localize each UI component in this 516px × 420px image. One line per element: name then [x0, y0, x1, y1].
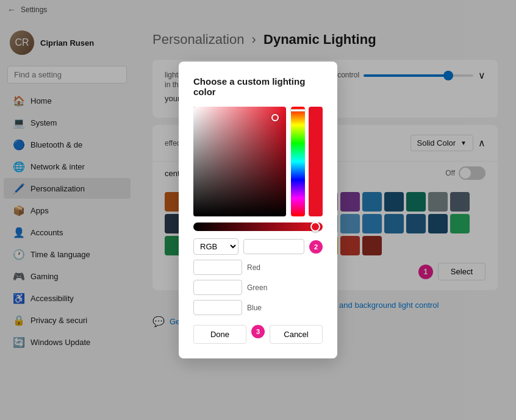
color-mode-select[interactable]: RGB HSL HEX [193, 238, 238, 255]
hue-cursor [290, 109, 306, 112]
green-row: 17 Green [193, 280, 323, 295]
step-badge-3: 3 [251, 325, 265, 338]
color-preview-strip [309, 107, 323, 216]
dialog-title: Choose a custom lighting color [193, 76, 323, 97]
red-row: 232 Red [193, 260, 323, 275]
mode-row: RGB HSL HEX #E81123 2 [193, 238, 323, 255]
color-picker-area [193, 107, 323, 216]
hue-slider[interactable] [193, 222, 323, 231]
dialog-actions: Done 3 Cancel [193, 325, 323, 344]
color-picker-dialog: Choose a custom lighting color [179, 62, 337, 358]
step-badge-2: 2 [309, 240, 323, 254]
color-gradient[interactable] [193, 107, 286, 216]
red-label: Red [247, 263, 271, 272]
dialog-form: RGB HSL HEX #E81123 2 232 Red 17 Green [193, 238, 323, 315]
picker-cursor [271, 114, 279, 121]
hex-input[interactable]: #E81123 [243, 239, 304, 254]
blue-row: 35 Blue [193, 300, 323, 315]
blue-input[interactable]: 35 [193, 300, 242, 315]
red-input[interactable]: 232 [193, 260, 242, 275]
green-input[interactable]: 17 [193, 280, 242, 295]
done-button[interactable]: Done [193, 325, 246, 344]
hue-strip[interactable] [291, 107, 305, 216]
green-label: Green [247, 283, 271, 292]
cancel-button[interactable]: Cancel [270, 325, 323, 344]
dialog-overlay: Choose a custom lighting color [0, 0, 516, 420]
hue-thumb [310, 222, 320, 232]
app-window: ← Settings CR Ciprian Rusen 🏠 Home 💻 Sys… [0, 0, 516, 420]
blue-label: Blue [247, 304, 271, 312]
